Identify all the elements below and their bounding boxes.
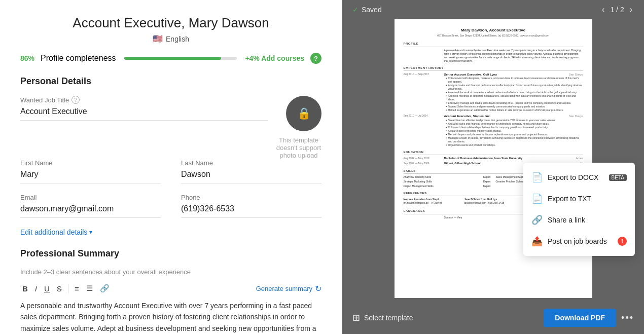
- wanted-job-title-value[interactable]: Account Executive: [20, 107, 268, 121]
- resume-bullet: Effectively manage and lead a sales team…: [446, 101, 583, 105]
- summary-textarea[interactable]: A personable and trustworthy Account Exe…: [20, 300, 321, 334]
- more-options-button[interactable]: •••: [621, 313, 634, 323]
- resume-bullet: Assessed the work of competitors to best…: [446, 91, 583, 94]
- first-name-value[interactable]: Mary: [20, 170, 161, 183]
- docx-icon: 📄: [531, 172, 543, 183]
- progress-bar: [124, 57, 237, 60]
- progress-bar-fill: [124, 57, 222, 60]
- resume-job-2-title: Account Executive, Staples, Inc. San Die…: [444, 114, 583, 118]
- resume-job-1-title: Senior Account Executive, Golf Lynx San …: [444, 72, 583, 77]
- email-group: Email dawson.mary@gmail.com: [20, 194, 161, 218]
- unordered-list-button[interactable]: ☰: [84, 283, 95, 294]
- resume-edu-1: Aug 2002 — May 2010 Bachelor of Business…: [404, 157, 583, 161]
- post-job-boards-button[interactable]: 📤 Post on job boards 1: [523, 231, 635, 252]
- resume-lang-empty: [404, 216, 439, 219]
- email-label: Email: [20, 194, 161, 201]
- page-title: Account Executive, Mary Dawson: [20, 15, 321, 31]
- resume-job-2-period: Sep 2010 — Jul 2014: [404, 114, 439, 146]
- wanted-job-title-label: Wanted Job Title ?: [20, 96, 268, 104]
- download-pdf-button[interactable]: Download PDF: [544, 309, 616, 327]
- last-name-label: Last Name: [181, 159, 321, 167]
- resume-job-2-details: Account Executive, Staples, Inc. San Die…: [444, 114, 583, 146]
- link-button[interactable]: 🔗: [98, 283, 112, 294]
- resume-job-1-details: Senior Account Executive, Golf Lynx San …: [444, 72, 583, 112]
- help-circle-icon[interactable]: ?: [71, 96, 80, 104]
- resume-bullet: A clear record of meeting monthly sales …: [446, 129, 583, 133]
- generate-summary-button[interactable]: Generate summary ↻: [256, 284, 321, 293]
- skill-item: Project Management SkillsExpert: [404, 184, 491, 188]
- help-icon[interactable]: ?: [310, 53, 321, 64]
- phone-label: Phone: [181, 194, 321, 201]
- resume-job-1-period: Aug 2014 — Sep 2017: [404, 72, 439, 112]
- page-nav: ‹ 1 / 2 ›: [600, 5, 634, 14]
- share-link-label: Share a link: [548, 216, 585, 224]
- next-page-button[interactable]: ›: [628, 5, 634, 14]
- edit-additional-button[interactable]: Edit additional details ▾: [20, 228, 321, 236]
- right-actions: Download PDF •••: [544, 309, 634, 327]
- resume-bullet: Cultivated client relationships that res…: [446, 126, 583, 129]
- last-name-group: Last Name Dawson: [181, 159, 321, 183]
- strikethrough-button[interactable]: S: [55, 283, 64, 294]
- select-template-button[interactable]: ⊞ Select template: [352, 312, 413, 323]
- text-toolbar: B I U S ≡ ☰ 🔗 Generate summary ↻: [20, 283, 321, 294]
- resume-bullet: Attended meetings at corporate headquart…: [446, 94, 583, 101]
- resume-bullet: Met with buyers and planners to discuss …: [446, 133, 583, 136]
- resume-contact: 687 Beacon Street, San Diego, 92134, Uni…: [404, 34, 583, 38]
- refresh-icon: ↻: [315, 284, 321, 293]
- flag-icon: 🇺🇸: [153, 34, 163, 44]
- resume-header: ✓ Saved ‹ 1 / 2 ›: [342, 0, 644, 19]
- resume-profile-title: PROFILE: [404, 42, 583, 47]
- page-info: 1 / 2: [610, 6, 624, 14]
- progress-row: 86% Profile completeness +4% Add courses…: [20, 53, 321, 64]
- grid-icon: ⊞: [352, 312, 360, 323]
- resume-bullet: Organized events and product workshops.: [446, 143, 583, 147]
- toolbar-divider: [68, 284, 68, 293]
- email-value[interactable]: dawson.mary@gmail.com: [20, 204, 161, 218]
- resume-bullet: Collaborated with designers, marketers, …: [446, 77, 583, 84]
- lock-icon: 🔒: [297, 107, 311, 120]
- resume-employment-title: EMPLOYMENT HISTORY: [404, 66, 583, 71]
- phone-value[interactable]: (619)326-6533: [181, 204, 321, 218]
- underline-button[interactable]: U: [42, 283, 52, 294]
- export-docx-button[interactable]: 📄 Export to DOCX BETA: [523, 167, 635, 188]
- right-panel: ✓ Saved ‹ 1 / 2 › Mary Dawson, Account E…: [342, 0, 644, 334]
- resume-bullet: Analyzed sales and financial performance…: [446, 84, 583, 91]
- photo-section: 🔒 This template doesn't support photo up…: [276, 96, 321, 159]
- bold-button[interactable]: B: [20, 283, 30, 294]
- name-row: First Name Mary Last Name Dawson: [20, 159, 321, 183]
- link-icon: 🔗: [531, 214, 543, 226]
- professional-summary-subtitle: Include 2–3 clear sentences about your o…: [20, 268, 321, 276]
- resume-profile-row: A personable and trustworthy Account Exe…: [404, 49, 583, 63]
- saved-badge: ✓ Saved: [352, 6, 382, 14]
- ordered-list-button[interactable]: ≡: [73, 283, 81, 294]
- language-row: 🇺🇸 English: [20, 34, 321, 44]
- chevron-down-icon: ▾: [89, 229, 92, 236]
- saved-label: Saved: [362, 6, 382, 14]
- post-job-boards-label: Post on job boards: [548, 237, 607, 245]
- progress-label: Profile completeness: [41, 54, 116, 63]
- italic-button[interactable]: I: [33, 283, 39, 294]
- bottom-bar: ⊞ Select template Download PDF •••: [342, 302, 644, 334]
- resume-profile-text: A personable and trustworthy Account Exe…: [444, 49, 583, 63]
- upload-icon: 📤: [531, 236, 543, 247]
- skill-item: Analytical Thinking SkillsExpert: [404, 175, 491, 179]
- resume-edu-2-period: Sep 2002 — May 2006: [404, 162, 439, 166]
- last-name-value[interactable]: Dawson: [181, 170, 321, 183]
- resume-bullet: Streamlined an effective lead process th…: [446, 119, 583, 122]
- resume-bullet: Analyzed sales and financial performance…: [446, 122, 583, 126]
- resume-profile-empty: [404, 49, 439, 63]
- avatar: 🔒: [286, 96, 321, 131]
- export-docx-label: Export to DOCX: [548, 173, 598, 181]
- progress-percentage: 86%: [20, 54, 34, 62]
- share-link-button[interactable]: 🔗 Share a link: [523, 209, 635, 231]
- export-txt-button[interactable]: 📄 Export to TXT: [523, 188, 635, 209]
- job-title-photo-row: Wanted Job Title ? Account Executive 🔒 T…: [20, 96, 321, 159]
- select-template-label: Select template: [364, 314, 413, 322]
- language-label: English: [166, 35, 189, 43]
- add-courses-link[interactable]: +4% Add courses: [245, 54, 304, 62]
- check-icon: ✓: [352, 6, 359, 14]
- prev-page-button[interactable]: ‹: [600, 5, 606, 14]
- photo-upload-note: This template doesn't support photo uplo…: [276, 136, 321, 159]
- resume-preview-wrap: Mary Dawson, Account Executive 687 Beaco…: [342, 19, 644, 302]
- wanted-job-title-group: Wanted Job Title ? Account Executive: [20, 96, 268, 121]
